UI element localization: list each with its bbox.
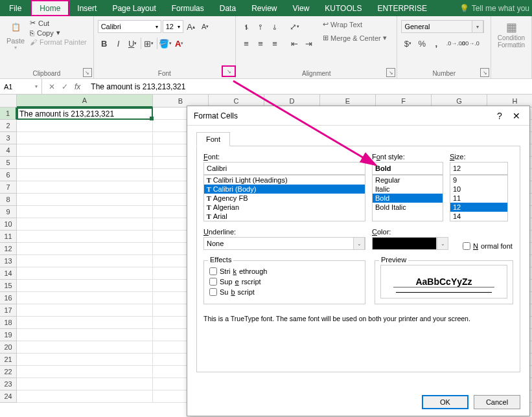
- align-bottom-icon[interactable]: ⫰: [268, 20, 281, 33]
- wrap-text-button[interactable]: ↩ Wrap Text: [323, 20, 387, 28]
- size-list-item[interactable]: 10: [450, 185, 507, 194]
- formula-input[interactable]: The amount is 213,213,321: [87, 82, 532, 91]
- underline-combo[interactable]: None⌄: [203, 237, 365, 250]
- col-head[interactable]: A: [17, 95, 153, 107]
- cell[interactable]: [17, 157, 153, 169]
- cancel-formula-icon[interactable]: ✕: [49, 82, 55, 91]
- style-list-item[interactable]: Bold Italic: [373, 203, 443, 212]
- dialog-close-icon[interactable]: ✕: [510, 111, 523, 121]
- size-list-item[interactable]: 9: [450, 175, 507, 185]
- row-head[interactable]: 1: [0, 107, 17, 120]
- indent-inc-icon[interactable]: ⇥: [302, 37, 315, 50]
- style-list-item[interactable]: Regular: [373, 175, 443, 185]
- row-head[interactable]: 18: [0, 317, 17, 329]
- cell[interactable]: [17, 169, 153, 181]
- row-head[interactable]: 6: [0, 169, 17, 181]
- superscript-checkbox[interactable]: Superscript: [209, 278, 360, 286]
- decrease-font-icon[interactable]: A▾: [199, 20, 212, 33]
- borders-button[interactable]: ⊞ ▾: [143, 37, 156, 50]
- accounting-format-icon[interactable]: $▾: [401, 37, 414, 50]
- color-dropdown-icon[interactable]: ⌄: [437, 237, 448, 250]
- font-name-input[interactable]: [203, 162, 365, 175]
- tab-kutools[interactable]: KUTOOLS: [317, 0, 369, 16]
- cell[interactable]: [17, 181, 153, 194]
- italic-button[interactable]: I: [112, 37, 125, 50]
- decrease-decimal-icon[interactable]: .00→.0: [463, 37, 476, 50]
- percent-format-icon[interactable]: %: [415, 37, 428, 50]
- font-list-item[interactable]: TCalibri (Body): [204, 185, 365, 194]
- cell[interactable]: [17, 194, 153, 206]
- cell[interactable]: [17, 231, 153, 243]
- font-size-combo[interactable]: 12▾: [163, 20, 183, 33]
- color-swatch[interactable]: [372, 237, 437, 250]
- font-color-button[interactable]: A▾: [173, 37, 186, 50]
- cell[interactable]: [17, 366, 153, 378]
- row-head[interactable]: 16: [0, 292, 17, 304]
- size-listbox[interactable]: 91011121416: [450, 175, 508, 221]
- comma-format-icon[interactable]: ,: [430, 37, 443, 50]
- cell[interactable]: [17, 280, 153, 292]
- cell[interactable]: [17, 354, 153, 366]
- merge-center-button[interactable]: ⊞ Merge & Center ▾: [323, 34, 387, 42]
- row-head[interactable]: 12: [0, 243, 17, 255]
- cell[interactable]: [17, 255, 153, 267]
- cell[interactable]: [17, 304, 153, 317]
- row-head[interactable]: 9: [0, 206, 17, 218]
- cell[interactable]: [17, 390, 153, 403]
- strikethrough-checkbox[interactable]: Strikethrough: [209, 267, 360, 275]
- underline-button[interactable]: U ▾: [126, 37, 139, 50]
- font-list-item[interactable]: TCalibri Light (Headings): [204, 175, 365, 185]
- row-head[interactable]: 21: [0, 354, 17, 366]
- tab-page-layout[interactable]: Page Layout: [104, 0, 163, 16]
- tab-home[interactable]: Home: [30, 0, 69, 16]
- font-list-item[interactable]: TArial: [204, 212, 365, 221]
- row-head[interactable]: 15: [0, 280, 17, 292]
- tab-view[interactable]: View: [285, 0, 318, 16]
- format-painter-button[interactable]: 🖌Format Painter: [30, 38, 87, 46]
- increase-font-icon[interactable]: A▴: [185, 20, 198, 33]
- orientation-icon[interactable]: ⤢▾: [288, 20, 301, 33]
- row-head[interactable]: 24: [0, 390, 17, 403]
- tab-enterprise[interactable]: ENTERPRISE: [369, 0, 435, 16]
- font-launcher[interactable]: ↘: [222, 65, 236, 77]
- fx-icon[interactable]: fx: [75, 82, 80, 91]
- tab-formulas[interactable]: Formulas: [164, 0, 212, 16]
- conditional-formatting-icon[interactable]: ▦: [506, 20, 517, 34]
- paste-button[interactable]: 📋 Paste ▾: [4, 17, 27, 77]
- row-head[interactable]: 5: [0, 157, 17, 169]
- dialog-tab-font[interactable]: Font: [196, 132, 230, 146]
- cell[interactable]: [17, 378, 153, 390]
- indent-dec-icon[interactable]: ⇤: [288, 37, 301, 50]
- alignment-launcher[interactable]: ↘: [386, 68, 395, 77]
- tell-me[interactable]: 💡 Tell me what you: [459, 4, 532, 13]
- font-list-item[interactable]: TArial Black: [204, 221, 365, 221]
- font-list-item[interactable]: TAlgerian: [204, 203, 365, 212]
- tab-file[interactable]: File: [0, 0, 30, 16]
- size-input[interactable]: [450, 162, 508, 175]
- cell[interactable]: [17, 317, 153, 329]
- cell[interactable]: [17, 144, 153, 157]
- copy-button[interactable]: ⎘Copy ▾: [30, 28, 87, 37]
- number-format-combo[interactable]: General▾: [401, 20, 484, 33]
- row-head[interactable]: 11: [0, 231, 17, 243]
- row-head[interactable]: 13: [0, 255, 17, 267]
- row-head[interactable]: 4: [0, 144, 17, 157]
- cell[interactable]: [17, 267, 153, 280]
- row-head[interactable]: 17: [0, 304, 17, 317]
- row-head[interactable]: 10: [0, 218, 17, 231]
- tab-data[interactable]: Data: [212, 0, 244, 16]
- style-list-item[interactable]: Italic: [373, 185, 443, 194]
- cell[interactable]: [17, 132, 153, 144]
- size-list-item[interactable]: 12: [450, 203, 507, 212]
- ok-button[interactable]: OK: [422, 395, 468, 409]
- font-listbox[interactable]: TCalibri Light (Headings)TCalibri (Body)…: [203, 175, 365, 221]
- font-style-input[interactable]: [372, 162, 443, 175]
- enter-formula-icon[interactable]: ✓: [62, 82, 68, 91]
- size-list-item[interactable]: 11: [450, 194, 507, 203]
- row-head[interactable]: 14: [0, 267, 17, 280]
- align-left-icon[interactable]: ≡: [240, 37, 253, 50]
- align-top-icon[interactable]: ⫮: [240, 20, 253, 33]
- clipboard-launcher[interactable]: ↘: [83, 68, 92, 77]
- align-right-icon[interactable]: ≡: [268, 37, 281, 50]
- font-name-combo[interactable]: Calibri▾: [98, 20, 161, 33]
